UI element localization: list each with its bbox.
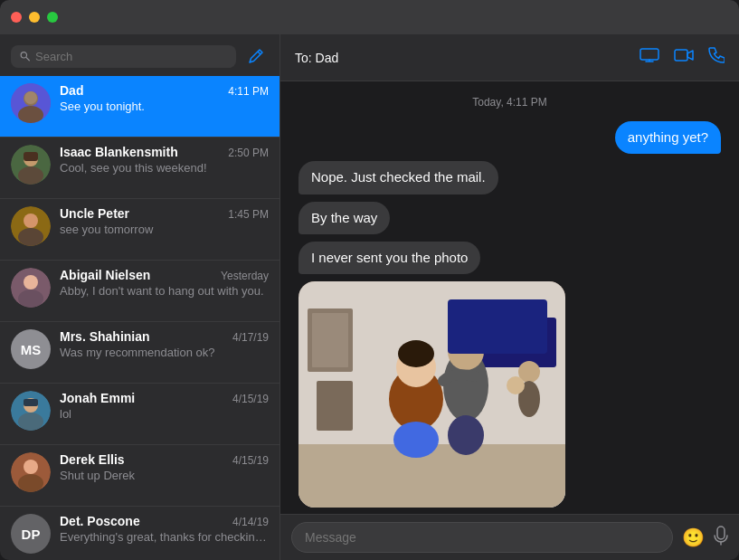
svg-point-37 [448, 334, 484, 370]
avatar-abigail [11, 268, 51, 308]
chat-input-area: 🙂 [280, 514, 739, 560]
conversation-item-uncle[interactable]: Uncle Peter 1:45 PM see you tomorrow [0, 199, 279, 261]
svg-point-21 [24, 460, 38, 474]
avatar-jonah [11, 391, 51, 431]
conv-info-dad: Dad 4:11 PM See you tonight. [60, 83, 269, 113]
screen-share-icon[interactable] [640, 48, 659, 67]
svg-rect-29 [317, 381, 353, 431]
photo-bubble[interactable]: WELCOME BACK CREEK HIGH [298, 281, 565, 508]
svg-rect-28 [312, 313, 348, 367]
message-input[interactable] [291, 522, 673, 553]
svg-text:CREEK HIGH: CREEK HIGH [472, 344, 512, 350]
traffic-lights [11, 12, 58, 23]
avatar-mrs: MS [11, 329, 51, 369]
conv-time-abigail: Yesterday [221, 270, 269, 282]
conv-time-mrs: 4/17/19 [232, 331, 269, 344]
mic-button[interactable] [714, 526, 728, 550]
chat-messages: Today, 4:11 PM anything yet? Nope. Just … [280, 81, 739, 514]
conversation-item-isaac[interactable]: Isaac Blankensmith 2:50 PM Cool, see you… [0, 138, 279, 199]
avatar-det: DP [11, 514, 51, 554]
conv-info-jonah: Jonah Emmi 4/15/19 lol [60, 391, 269, 421]
messages-window: Dad 4:11 PM See you tonight. [0, 0, 739, 560]
video-call-icon[interactable] [674, 48, 694, 67]
svg-line-1 [26, 58, 29, 61]
conv-time-jonah: 4/15/19 [232, 393, 269, 405]
bubble-3: By the way [298, 202, 390, 234]
svg-point-43 [507, 376, 525, 394]
svg-rect-19 [24, 399, 38, 406]
conversation-item-dad[interactable]: Dad 4:11 PM See you tonight. [0, 76, 279, 138]
message-row-photo: WELCOME BACK CREEK HIGH [298, 281, 721, 508]
conv-preview-uncle: see you tomorrow [60, 223, 269, 236]
conv-preview-derek: Shut up Derek [60, 469, 269, 482]
bubble-1: anything yet? [615, 121, 721, 154]
svg-point-39 [398, 340, 434, 367]
message-row-2: Nope. Just checked the mail. [298, 161, 721, 194]
conversation-list: Dad 4:11 PM See you tonight. [0, 76, 279, 560]
sidebar-header [0, 34, 279, 76]
chat-header: To: Dad [280, 34, 739, 81]
main-content: Dad 4:11 PM See you tonight. [0, 34, 739, 560]
svg-point-22 [18, 474, 43, 492]
phone-call-icon[interactable] [708, 47, 725, 68]
message-row-3: By the way [298, 202, 721, 234]
avatar-isaac [11, 145, 51, 185]
conv-name-mrs: Mrs. Shahinian [60, 329, 150, 344]
conv-name-uncle: Uncle Peter [60, 206, 129, 221]
svg-point-38 [448, 415, 484, 455]
conv-info-derek: Derek Ellis 4/15/19 Shut up Derek [60, 452, 269, 482]
minimize-button[interactable] [29, 12, 40, 23]
svg-rect-44 [717, 527, 725, 539]
svg-point-15 [18, 289, 43, 308]
conv-name-dad: Dad [60, 83, 83, 98]
chat-recipient: To: Dad [295, 51, 338, 65]
conversation-item-det[interactable]: DP Det. Poscone 4/14/19 Everything's gre… [0, 507, 279, 560]
conv-time-isaac: 2:50 PM [228, 147, 269, 159]
svg-rect-24 [675, 50, 687, 61]
conv-preview-dad: See you tonight. [60, 100, 269, 113]
close-button[interactable] [11, 12, 22, 23]
conv-name-jonah: Jonah Emmi [60, 391, 135, 405]
search-bar[interactable] [11, 45, 236, 68]
conversation-item-mrs[interactable]: MS Mrs. Shahinian 4/17/19 Was my recomme… [0, 322, 279, 384]
date-label: Today, 4:11 PM [298, 96, 721, 109]
svg-point-8 [18, 166, 43, 185]
chat-area: To: Dad [280, 34, 739, 560]
message-row-1: anything yet? [298, 121, 721, 154]
conv-name-derek: Derek Ellis [60, 452, 125, 467]
search-icon [20, 51, 30, 62]
svg-point-18 [18, 413, 43, 431]
search-input[interactable] [35, 50, 227, 63]
conv-preview-abigail: Abby, I don't want to hang out with you. [60, 284, 269, 298]
photo-image: WELCOME BACK CREEK HIGH [298, 281, 565, 508]
svg-rect-9 [24, 152, 38, 161]
maximize-button[interactable] [47, 12, 58, 23]
conv-time-det: 4/14/19 [232, 516, 269, 528]
svg-rect-23 [640, 49, 658, 60]
conv-info-abigail: Abigail Nielsen Yesterday Abby, I don't … [60, 268, 269, 298]
avatar-uncle [11, 206, 51, 246]
conv-name-isaac: Isaac Blankensmith [60, 145, 178, 159]
avatar-derek [11, 452, 51, 492]
conv-info-uncle: Uncle Peter 1:45 PM see you tomorrow [60, 206, 269, 236]
compose-button[interactable] [243, 43, 269, 69]
conv-preview-jonah: lol [60, 407, 269, 421]
emoji-button[interactable]: 🙂 [682, 527, 705, 548]
conversation-item-jonah[interactable]: Jonah Emmi 4/15/19 lol [0, 384, 279, 445]
message-row-4: I never sent you the photo [298, 242, 721, 274]
titlebar [0, 0, 739, 34]
svg-point-5 [24, 91, 37, 104]
bubble-2: Nope. Just checked the mail. [298, 161, 498, 194]
conversation-item-derek[interactable]: Derek Ellis 4/15/19 Shut up Derek [0, 445, 279, 507]
svg-point-40 [450, 327, 482, 352]
svg-point-14 [24, 275, 38, 289]
svg-point-35 [393, 422, 439, 458]
conv-preview-det: Everything's great, thanks for checking … [60, 530, 269, 544]
conversation-item-abigail[interactable]: Abigail Nielsen Yesterday Abby, I don't … [0, 261, 279, 322]
conv-time-derek: 4/15/19 [232, 454, 269, 467]
conv-info-mrs: Mrs. Shahinian 4/17/19 Was my recommenda… [60, 329, 269, 359]
conv-preview-mrs: Was my recommendation ok? [60, 346, 269, 359]
avatar-dad [11, 83, 51, 123]
conv-name-det: Det. Poscone [60, 514, 140, 528]
sidebar: Dad 4:11 PM See you tonight. [0, 34, 280, 560]
